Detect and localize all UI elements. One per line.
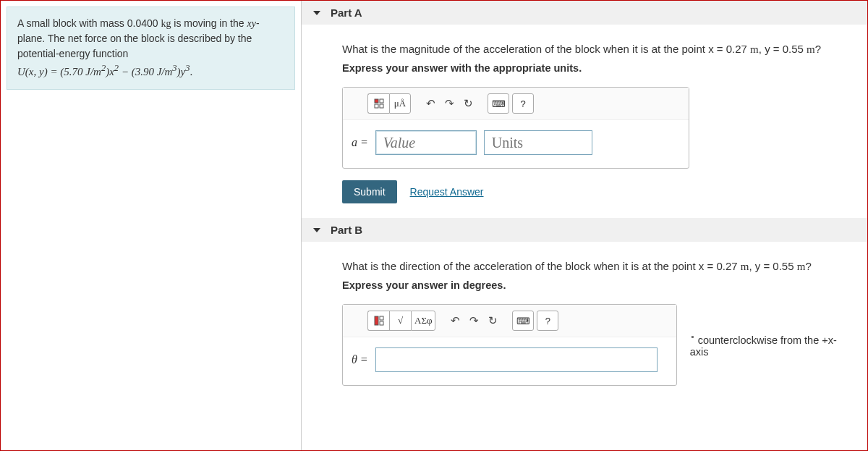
part-b-body: What is the direction of the acceleratio… (302, 242, 867, 386)
undo-icon[interactable]: ↶ (447, 313, 463, 329)
part-a-body: What is the magnitude of the acceleratio… (302, 25, 867, 218)
units-input[interactable] (484, 130, 592, 155)
templates-icon[interactable] (367, 311, 389, 331)
problem-statement: A small block with mass 0.0400 kg is mov… (7, 7, 295, 90)
help-button[interactable]: ? (537, 311, 558, 331)
theta-input[interactable] (375, 347, 658, 372)
part-b-title: Part B (331, 224, 362, 236)
value-input[interactable] (375, 130, 477, 155)
part-a-instruct: Express your answer with the appropriate… (342, 62, 853, 74)
redo-icon[interactable]: ↷ (466, 313, 482, 329)
part-b-prompt: What is the direction of the acceleratio… (342, 258, 853, 275)
potential-eq: U(x, y) = (5.70 J/m2)x2 − (3.90 J/m3)y3. (17, 66, 192, 77)
keyboard-icon[interactable]: ⌨ (488, 93, 509, 114)
part-b-suffix: ∘counterclockwise from the +x-axis (686, 332, 853, 358)
unit-kg: kg (161, 18, 171, 29)
svg-rect-3 (380, 104, 383, 108)
svg-rect-2 (375, 104, 378, 108)
problem-text: is moving in the (171, 17, 247, 29)
svg-rect-6 (380, 321, 383, 325)
svg-rect-0 (375, 99, 378, 103)
degree-symbol: ∘ (690, 332, 695, 341)
chevron-down-icon (313, 228, 320, 232)
part-a-prompt: What is the magnitude of the acceleratio… (342, 41, 853, 58)
keyboard-icon[interactable]: ⌨ (512, 311, 534, 331)
problem-text: A small block with mass 0.0400 (17, 17, 161, 29)
part-b-toolbar: √ ΑΣφ ↶ ↷ ↻ ⌨ ? (343, 305, 676, 337)
help-button[interactable]: ? (512, 93, 534, 114)
svg-rect-5 (380, 316, 383, 320)
part-a-title: Part A (331, 7, 362, 19)
part-b-lhs: θ = (352, 353, 368, 366)
templates-icon[interactable] (367, 93, 389, 114)
part-a-toolbar: μÅ ↶ ↷ ↻ ⌨ ? (343, 88, 689, 120)
symbols-button[interactable]: ΑΣφ (411, 311, 435, 331)
part-b-instruct: Express your answer in degrees. (342, 279, 853, 291)
submit-button[interactable]: Submit (342, 180, 397, 203)
svg-rect-4 (375, 316, 378, 325)
root-button[interactable]: √ (389, 311, 411, 331)
xy-var: xy (247, 18, 255, 29)
part-b-answer-box: √ ΑΣφ ↶ ↷ ↻ ⌨ ? θ = (342, 304, 677, 386)
parts-panel: Part A What is the magnitude of the acce… (302, 1, 867, 450)
svg-rect-1 (380, 99, 383, 103)
part-a-header[interactable]: Part A (302, 1, 867, 25)
problem-panel: A small block with mass 0.0400 kg is mov… (1, 1, 302, 450)
units-button[interactable]: μÅ (389, 93, 411, 114)
part-b-header[interactable]: Part B (302, 218, 867, 242)
part-a-answer-box: μÅ ↶ ↷ ↻ ⌨ ? a = (342, 87, 689, 169)
reset-icon[interactable]: ↻ (460, 96, 476, 111)
redo-icon[interactable]: ↷ (441, 96, 457, 111)
chevron-down-icon (313, 11, 320, 15)
part-a-lhs: a = (352, 136, 368, 149)
reset-icon[interactable]: ↻ (485, 313, 501, 329)
undo-icon[interactable]: ↶ (422, 96, 438, 111)
request-answer-link[interactable]: Request Answer (410, 186, 484, 198)
